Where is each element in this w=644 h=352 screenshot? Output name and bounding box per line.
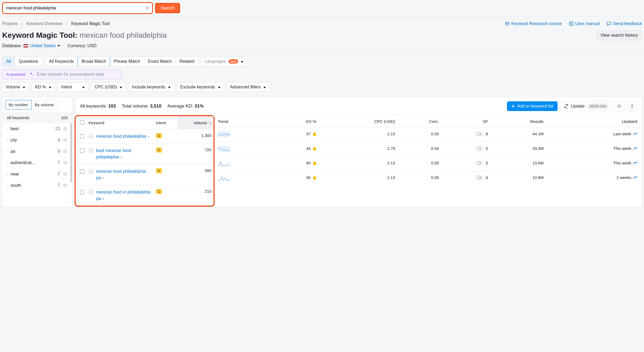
svg-point-5 <box>65 174 66 175</box>
row-checkbox[interactable] <box>80 169 84 174</box>
beta-badge: beta <box>229 59 238 64</box>
serp-icon[interactable] <box>477 176 481 180</box>
sidebar-item[interactable]: › city 9 <box>2 134 72 146</box>
refresh-icon[interactable] <box>633 175 637 180</box>
expand-icon[interactable]: + <box>89 189 93 194</box>
row-checkbox[interactable] <box>80 149 84 153</box>
table-row: + mexican food philadelphia ›› C 1,300 <box>76 129 214 144</box>
serp-icon[interactable] <box>477 147 481 150</box>
send-feedback-link[interactable]: Send feedback <box>607 21 642 26</box>
sidebar-item[interactable]: › near 7 <box>2 168 72 180</box>
languages-dropdown[interactable]: Languages beta <box>201 57 247 66</box>
expand-icon[interactable]: + <box>89 169 93 174</box>
select-all-checkbox[interactable] <box>80 120 84 125</box>
col-keyword[interactable]: Keyword <box>86 116 154 129</box>
sidebar-item[interactable]: › south 7 <box>2 180 72 191</box>
eye-icon[interactable] <box>63 126 68 131</box>
include-keywords-filter[interactable]: Include keywords <box>128 82 174 92</box>
ai-domain-input[interactable] <box>37 72 118 77</box>
serp-icon[interactable] <box>477 132 481 136</box>
volume-filter[interactable]: Volume <box>2 82 29 92</box>
research-course-link[interactable]: Keyword Research course <box>505 21 562 26</box>
keyword-link[interactable]: mexican food in philadelphia pa ›› <box>96 189 152 202</box>
eye-icon[interactable] <box>63 183 68 188</box>
serp-icon[interactable] <box>477 161 481 165</box>
eye-icon[interactable] <box>63 149 68 154</box>
quota-badge: 359/5,000 <box>587 103 609 109</box>
search-input[interactable] <box>3 3 152 13</box>
expand-icon[interactable]: + <box>89 134 93 139</box>
tab-questions[interactable]: Questions <box>15 57 42 66</box>
tab-broad-match[interactable]: Broad Match <box>78 57 110 66</box>
highlight-annotation: Keyword Intent Volume—▾ + mexican food p… <box>75 115 215 207</box>
results-value: 33.3M <box>490 142 546 157</box>
col-sf[interactable]: SF <box>441 115 490 128</box>
sidebar-all-keywords[interactable]: All keywords 103 <box>2 112 72 123</box>
update-button[interactable]: Update 359/5,000 <box>560 101 611 111</box>
tab-related[interactable]: Related <box>176 57 198 66</box>
kd-filter[interactable]: KD % <box>32 82 55 92</box>
gear-icon <box>617 103 622 109</box>
sf-value: 8 <box>486 132 488 136</box>
breadcrumb-projects[interactable]: Projects <box>2 21 18 26</box>
eye-icon[interactable] <box>63 160 68 165</box>
export-button[interactable] <box>627 101 637 111</box>
refresh-icon[interactable] <box>633 146 637 151</box>
table-row: + best mexican food philadelphia ›› C 72… <box>76 144 214 164</box>
scrollbar[interactable] <box>70 123 72 182</box>
double-chevron-icon: ›› <box>102 196 103 201</box>
chevron-right-icon: › <box>7 161 8 165</box>
tab-phrase-match[interactable]: Phrase Match <box>110 57 144 66</box>
col-results[interactable]: Results <box>490 115 546 128</box>
breadcrumb-keyword-overview[interactable]: Keyword Overview <box>26 21 62 26</box>
cpc-filter[interactable]: CPC (USD) <box>91 82 126 92</box>
col-com[interactable]: Com. <box>397 115 441 128</box>
keyword-link[interactable]: best mexican food philadelphia ›› <box>96 147 152 160</box>
sort-icon: —▾ <box>209 122 211 125</box>
add-to-keyword-list-button[interactable]: Add to keyword list <box>507 101 558 111</box>
col-kd[interactable]: KD % <box>272 115 318 128</box>
refresh-icon[interactable] <box>633 161 637 165</box>
volume-value: 720 <box>177 144 214 164</box>
tab-all-keywords[interactable]: All Keywords <box>45 57 78 66</box>
updated-value: Last week <box>613 132 631 136</box>
expand-icon[interactable]: + <box>89 148 93 153</box>
intent-badge: C <box>156 168 162 173</box>
sort-by-volume[interactable]: By volume <box>32 100 57 109</box>
exclude-keywords-filter[interactable]: Exclude keywords <box>177 82 224 92</box>
sidebar-item[interactable]: › pa 9 <box>2 146 72 157</box>
trend-sparkline <box>214 157 272 171</box>
svg-point-1 <box>65 128 66 130</box>
keyword-link[interactable]: mexican food philadelphia ›› <box>96 133 148 140</box>
table-row: 37 2.13 0.05 | 8 44.1M Last week <box>214 128 642 142</box>
sidebar-item[interactable]: › best 23 <box>2 123 72 134</box>
clear-icon[interactable] <box>145 5 150 11</box>
col-trend[interactable]: Trend <box>214 115 272 128</box>
row-checkbox[interactable] <box>80 134 84 139</box>
sidebar-item-label: pa <box>10 149 55 154</box>
col-intent[interactable]: Intent <box>154 116 177 129</box>
tab-all[interactable]: All <box>2 57 15 66</box>
col-updated[interactable]: Updated <box>546 115 642 128</box>
eye-icon[interactable] <box>63 172 68 177</box>
cpc-value: 2.79 <box>318 142 397 157</box>
kd-value: 40 <box>272 157 318 171</box>
sidebar-item-label: best <box>10 126 52 131</box>
col-volume[interactable]: Volume—▾ <box>177 116 214 129</box>
user-manual-link[interactable]: User manual <box>569 21 600 26</box>
row-checkbox[interactable] <box>80 190 84 194</box>
results-value: 44.1M <box>490 128 546 142</box>
keyword-link[interactable]: mexican food philadelphia pa ›› <box>96 168 152 181</box>
view-history-button[interactable]: View search history <box>597 30 642 40</box>
tab-exact-match[interactable]: Exact Match <box>144 57 176 66</box>
sort-by-number[interactable]: By number <box>5 100 32 109</box>
eye-icon[interactable] <box>63 138 68 143</box>
intent-filter[interactable]: Intent <box>58 82 88 92</box>
refresh-icon[interactable] <box>633 132 637 136</box>
settings-button[interactable] <box>614 101 624 111</box>
advanced-filters[interactable]: Advanced filters <box>227 82 270 92</box>
database-selector[interactable]: Database: United States <box>2 43 60 48</box>
col-cpc[interactable]: CPC (USD) <box>318 115 397 128</box>
search-button[interactable]: Search <box>155 3 180 13</box>
sidebar-item[interactable]: › authenticat... 7 <box>2 157 72 168</box>
